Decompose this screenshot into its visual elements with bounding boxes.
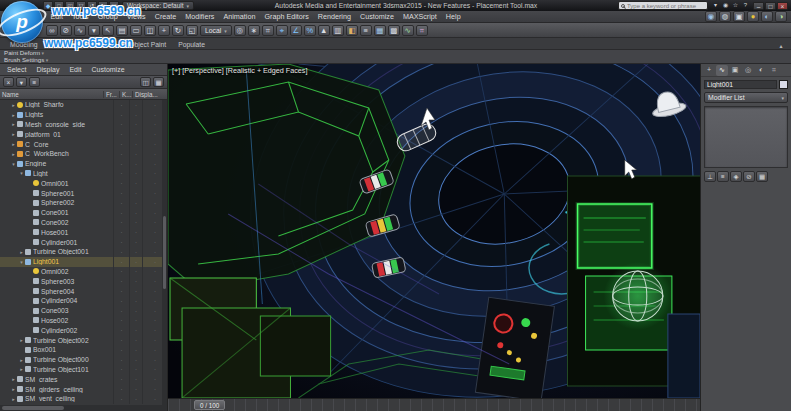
row-cell[interactable] — [113, 286, 129, 296]
row-cell[interactable] — [113, 267, 129, 277]
scene-explorer-row[interactable]: Sphere002 — [0, 198, 167, 208]
scene-explorer-row[interactable]: ▸ Turbine Object000 — [0, 355, 167, 365]
scene-explorer-row[interactable]: ▸ SM_crates — [0, 374, 167, 384]
menu-item[interactable]: Customize — [355, 12, 398, 21]
row-cell[interactable] — [113, 218, 129, 228]
row-cell[interactable] — [113, 365, 129, 375]
row-cell[interactable] — [113, 306, 129, 316]
ribbon-panel-button[interactable]: Paint Deform — [4, 50, 791, 56]
scene-explorer-row[interactable]: ▸ Lights — [0, 110, 167, 120]
row-cell[interactable] — [129, 276, 142, 286]
row-cell[interactable] — [113, 237, 129, 247]
selection-filter-icon[interactable]: ▾ — [88, 25, 100, 36]
column-chooser-icon[interactable]: ▦ — [153, 77, 164, 87]
named-selection-icon[interactable]: ▥ — [332, 25, 344, 36]
scene-explorer-row[interactable]: ▸ platform_01 — [0, 129, 167, 139]
row-cell[interactable] — [129, 345, 142, 355]
row-cell[interactable] — [129, 384, 142, 394]
row-cell[interactable] — [129, 394, 142, 404]
row-cell[interactable] — [113, 110, 129, 120]
expand-arrow-icon[interactable]: ▸ — [18, 357, 25, 363]
row-cell[interactable] — [129, 218, 142, 228]
scene-explorer-row[interactable]: ▸ Turbine Object101 — [0, 365, 167, 375]
row-cell[interactable] — [113, 394, 129, 404]
scene-explorer-row[interactable]: Cone003 — [0, 306, 167, 316]
expand-arrow-icon[interactable]: ▸ — [10, 121, 17, 127]
explorer-menu-item[interactable]: Edit — [64, 66, 86, 73]
scene-explorer-row[interactable]: ▸ Light_Sharfo — [0, 100, 167, 110]
menu-item[interactable]: MAXScript — [398, 12, 441, 21]
menu-item[interactable]: Animation — [219, 12, 260, 21]
column-header[interactable]: Fr... — [103, 91, 119, 98]
display-tab-icon[interactable]: ◐ — [755, 65, 767, 76]
graphite-toggle-icon[interactable]: ▩ — [388, 25, 400, 36]
rendered-frame-icon[interactable]: ▣ — [733, 11, 745, 22]
scene-explorer-row[interactable]: ▸ SM_girders_ceiling — [0, 384, 167, 394]
favorites-star-icon[interactable]: ☆ — [731, 1, 740, 10]
row-cell[interactable] — [129, 365, 142, 375]
ribbon-panel-button[interactable]: Brush Settings — [4, 57, 791, 63]
scene-explorer-row[interactable]: Hose001 — [0, 227, 167, 237]
row-cell[interactable] — [129, 169, 142, 179]
unlink-icon[interactable]: ⊘ — [60, 25, 72, 36]
row-cell[interactable] — [129, 188, 142, 198]
expand-arrow-icon[interactable]: ▸ — [18, 337, 25, 343]
bind-spacewarp-icon[interactable]: ∿ — [74, 25, 86, 36]
select-object-icon[interactable]: ↖ — [102, 25, 114, 36]
row-cell[interactable] — [129, 120, 142, 130]
menu-item[interactable]: Modifiers — [181, 12, 219, 21]
expand-arrow-icon[interactable]: ▾ — [18, 170, 25, 176]
schematic-view-icon[interactable]: ⌗ — [416, 25, 428, 36]
ribbon-tab[interactable]: Populate — [172, 40, 211, 49]
object-color-swatch[interactable] — [779, 80, 788, 89]
row-cell[interactable] — [113, 100, 129, 110]
scene-explorer-row[interactable]: Sphere003 — [0, 276, 167, 286]
configure-modifier-sets-icon[interactable]: ▦ — [756, 171, 768, 182]
row-cell[interactable] — [113, 355, 129, 365]
object-name-field[interactable]: Light001 — [704, 80, 777, 89]
row-cell[interactable] — [113, 149, 129, 159]
help-icon[interactable]: ? — [741, 1, 750, 10]
scene-explorer-row[interactable]: Omni002 — [0, 267, 167, 277]
expand-arrow-icon[interactable]: ▸ — [10, 131, 17, 137]
spinner-snap-icon[interactable]: ▲ — [318, 25, 330, 36]
curve-editor-icon[interactable]: ∿ — [402, 25, 414, 36]
scene-explorer-row[interactable]: ▸ C_Core — [0, 139, 167, 149]
row-cell[interactable] — [113, 178, 129, 188]
ribbon-minimize-icon[interactable] — [775, 42, 787, 49]
reference-coordinate-dropdown[interactable]: Local — [200, 25, 232, 36]
material-editor-icon[interactable]: ◉ — [705, 11, 717, 22]
scene-explorer-row[interactable]: Cone001 — [0, 208, 167, 218]
row-cell[interactable] — [129, 110, 142, 120]
menu-item[interactable]: Help — [441, 12, 465, 21]
align-icon[interactable]: ≡ — [360, 25, 372, 36]
percent-snap-icon[interactable]: % — [304, 25, 316, 36]
row-cell[interactable] — [113, 198, 129, 208]
scene-explorer-row[interactable]: ▾ Light001 — [0, 257, 167, 267]
row-cell[interactable] — [113, 169, 129, 179]
expand-arrow-icon[interactable]: ▾ — [18, 259, 25, 265]
row-cell[interactable] — [129, 178, 142, 188]
scene-explorer-row[interactable]: Sphere004 — [0, 286, 167, 296]
expand-arrow-icon[interactable]: ▸ — [18, 366, 25, 372]
expand-arrow-icon[interactable]: ▸ — [10, 386, 17, 392]
row-cell[interactable] — [113, 384, 129, 394]
activeshade-icon[interactable]: ◑ — [775, 11, 787, 22]
menu-item[interactable]: Create — [150, 12, 181, 21]
scene-explorer-row[interactable]: ▾ Light — [0, 169, 167, 179]
row-cell[interactable] — [113, 296, 129, 306]
explorer-menu-item[interactable]: Select — [2, 66, 31, 73]
modify-tab-icon[interactable]: ∿ — [716, 65, 728, 76]
row-cell[interactable] — [113, 139, 129, 149]
scene-explorer-row[interactable]: Omni001 — [0, 178, 167, 188]
row-cell[interactable] — [129, 149, 142, 159]
row-cell[interactable] — [129, 198, 142, 208]
row-cell[interactable] — [129, 139, 142, 149]
scene-explorer-row[interactable]: Cone002 — [0, 218, 167, 228]
row-cell[interactable] — [113, 374, 129, 384]
expand-arrow-icon[interactable]: ▸ — [10, 376, 17, 382]
pin-stack-icon[interactable]: ⊥ — [704, 171, 716, 182]
scene-explorer-row[interactable]: ▾ Engine — [0, 159, 167, 169]
scene-explorer-row[interactable]: ▸ SM_vent_ceiling — [0, 394, 167, 404]
row-cell[interactable] — [129, 316, 142, 326]
